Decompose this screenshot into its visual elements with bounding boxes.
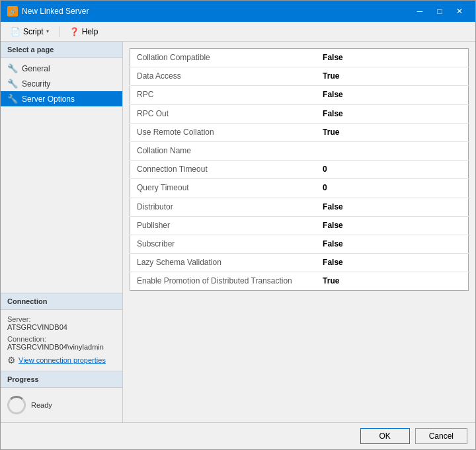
title-bar-left: 🔗 New Linked Server: [7, 6, 89, 17]
property-value: False: [316, 254, 468, 272]
server-options-icon: 🔧: [7, 94, 18, 104]
toolbar-separator: [59, 26, 60, 37]
cancel-button[interactable]: Cancel: [415, 428, 467, 444]
window-icon: 🔗: [7, 6, 18, 17]
sidebar-item-general[interactable]: 🔧 General: [1, 61, 122, 76]
bottom-bar: OK Cancel: [1, 422, 475, 449]
property-value: 0: [316, 179, 468, 198]
properties-table: Collation CompatibleFalseData AccessTrue…: [130, 48, 469, 291]
property-value: True: [316, 123, 468, 141]
property-name: RPC: [130, 86, 317, 104]
property-name: Subscriber: [130, 235, 317, 253]
progress-header: Progress: [1, 371, 122, 388]
property-value: [316, 141, 468, 160]
table-row: Collation Name: [130, 141, 469, 160]
property-value: False: [316, 235, 468, 253]
property-value: 0: [316, 161, 468, 179]
sidebar-item-security-label: Security: [22, 79, 50, 89]
title-controls: ─ □ ✕: [411, 5, 469, 18]
table-row: Lazy Schema ValidationFalse: [130, 254, 469, 272]
sidebar-item-server-options[interactable]: 🔧 Server Options: [1, 91, 122, 106]
sidebar-items: 🔧 General 🔧 Security 🔧 Server Options: [1, 58, 122, 109]
help-label: Help: [82, 27, 99, 36]
help-button[interactable]: ❓ Help: [65, 25, 103, 38]
script-dropdown-arrow: ▾: [46, 28, 49, 34]
table-row: RPC OutFalse: [130, 104, 469, 123]
sidebar-section-title: Select a page: [1, 42, 122, 58]
progress-section: Progress Ready: [1, 371, 122, 422]
table-row: RPCFalse: [130, 86, 469, 104]
help-icon: ❓: [69, 27, 79, 36]
property-value: False: [316, 198, 468, 216]
property-name: Distributor: [130, 198, 317, 216]
connection-link: ⚙ View connection properties: [7, 355, 116, 365]
property-name: RPC Out: [130, 104, 317, 123]
security-icon: 🔧: [7, 79, 18, 89]
connection-body: Server: ATSGRCVINDB04 Connection: ATSGRC…: [1, 310, 122, 371]
connection-header: Connection: [1, 293, 122, 310]
sidebar-item-security[interactable]: 🔧 Security: [1, 76, 122, 91]
property-name: Enable Promotion of Distributed Transact…: [130, 272, 317, 291]
property-name: Collation Compatible: [130, 49, 317, 67]
main-window: 🔗 New Linked Server ─ □ ✕ 📄 Script ▾ ❓ H…: [0, 0, 476, 450]
title-bar: 🔗 New Linked Server ─ □ ✕: [1, 1, 475, 22]
property-value: False: [316, 49, 468, 67]
sidebar: Select a page 🔧 General 🔧 Security 🔧 Ser…: [1, 42, 123, 422]
progress-body: Ready: [1, 388, 122, 422]
script-label: Script: [23, 27, 44, 36]
ok-button[interactable]: OK: [360, 428, 410, 444]
property-name: Data Access: [130, 67, 317, 86]
connection-value: ATSGRCVINDB04\vinyladmin: [7, 343, 116, 351]
property-name: Use Remote Collation: [130, 123, 317, 141]
connection-label: Connection:: [7, 335, 116, 343]
property-value: True: [316, 272, 468, 291]
connection-link-icon: ⚙: [7, 355, 16, 365]
script-icon: 📄: [11, 27, 20, 36]
script-button[interactable]: 📄 Script ▾: [6, 25, 54, 38]
general-icon: 🔧: [7, 63, 18, 73]
table-row: Data AccessTrue: [130, 67, 469, 86]
property-value: False: [316, 86, 468, 104]
view-connection-properties-link[interactable]: View connection properties: [19, 356, 106, 364]
maximize-button[interactable]: □: [430, 5, 449, 18]
close-button[interactable]: ✕: [450, 5, 469, 18]
table-row: Use Remote CollationTrue: [130, 123, 469, 141]
window-title: New Linked Server: [22, 7, 89, 16]
sidebar-item-server-options-label: Server Options: [22, 94, 75, 104]
progress-spinner: [7, 396, 26, 414]
connection-section: Connection Server: ATSGRCVINDB04 Connect…: [1, 293, 122, 371]
property-name: Lazy Schema Validation: [130, 254, 317, 272]
property-value: False: [316, 104, 468, 123]
table-row: Collation CompatibleFalse: [130, 49, 469, 67]
main-content: Collation CompatibleFalseData AccessTrue…: [123, 42, 475, 422]
property-name: Collation Name: [130, 141, 317, 160]
property-value: True: [316, 67, 468, 86]
table-row: SubscriberFalse: [130, 235, 469, 253]
table-row: DistributorFalse: [130, 198, 469, 216]
table-row: Connection Timeout0: [130, 161, 469, 179]
minimize-button[interactable]: ─: [411, 5, 429, 18]
server-label: Server:: [7, 315, 116, 323]
toolbar: 📄 Script ▾ ❓ Help: [1, 22, 475, 42]
server-value: ATSGRCVINDB04: [7, 323, 116, 331]
table-row: Query Timeout0: [130, 179, 469, 198]
table-row: Enable Promotion of Distributed Transact…: [130, 272, 469, 291]
content-area: Select a page 🔧 General 🔧 Security 🔧 Ser…: [1, 42, 475, 422]
property-name: Connection Timeout: [130, 161, 317, 179]
progress-status: Ready: [31, 401, 52, 409]
property-name: Query Timeout: [130, 179, 317, 198]
property-name: Publisher: [130, 216, 317, 235]
table-row: PublisherFalse: [130, 216, 469, 235]
sidebar-item-general-label: General: [22, 64, 50, 73]
property-value: False: [316, 216, 468, 235]
